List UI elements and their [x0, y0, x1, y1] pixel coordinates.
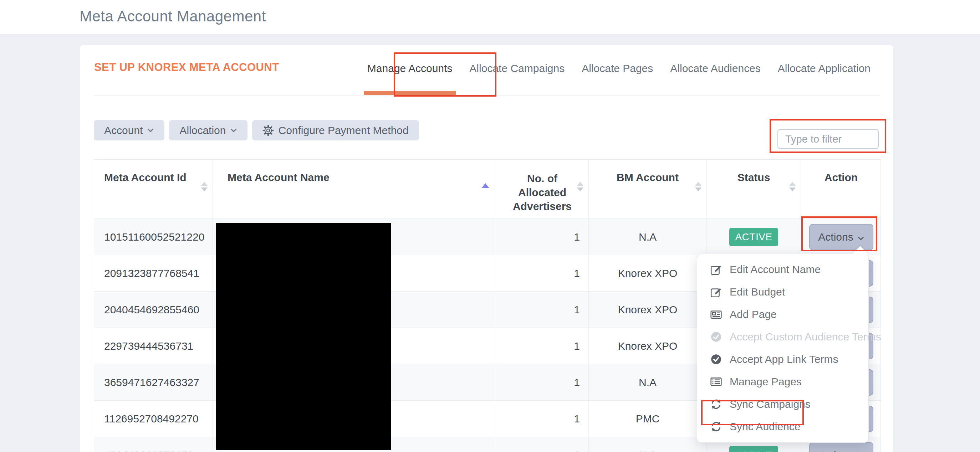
meta-account-id-cell: 1126952708492270 [94, 401, 213, 437]
meta-account-id-cell: 493440266059650 [94, 437, 213, 452]
meta-account-id-cell: 2040454692855460 [94, 292, 213, 328]
filter-wrap [778, 129, 879, 149]
column-header-action: Action [801, 160, 881, 219]
redacted-account-names-block [216, 223, 391, 450]
menu-item-accept-custom-audience-terms: Accept Custom Audience Terms [697, 325, 869, 348]
column-header-meta-account-name[interactable]: Meta Account Name [213, 160, 496, 219]
edit-icon [710, 286, 722, 298]
sort-ascending-icon [482, 183, 489, 188]
bm-account-cell: Knorex XPO [589, 328, 707, 364]
page-title: Meta Account Management [80, 8, 266, 25]
panel-heading: SET UP KNOREX META ACCOUNT [94, 61, 279, 74]
gear-icon [262, 125, 274, 136]
tab-allocate-campaigns[interactable]: Allocate Campaigns [469, 62, 565, 95]
tab-allocate-application[interactable]: Allocate Application [778, 62, 870, 95]
menu-item-accept-app-link-terms[interactable]: Accept App Link Terms [697, 348, 869, 370]
tab-allocate-pages[interactable]: Allocate Pages [582, 62, 653, 95]
menu-item-edit-account-name[interactable]: Edit Account Name [697, 258, 869, 281]
sort-arrows-icon [789, 182, 795, 192]
account-dropdown-button[interactable]: Account [94, 120, 164, 140]
bm-account-cell: Knorex XPO [589, 255, 707, 291]
column-header-allocated-advertisers[interactable]: No. of Allocated Advertisers [496, 160, 589, 219]
menu-item-sync-audience[interactable]: Sync Audience [697, 415, 869, 438]
tab-bar: Manage Accounts Allocate Campaigns Alloc… [368, 62, 870, 95]
meta-account-id-cell: 10151160052521220 [94, 219, 213, 255]
sync-icon [710, 420, 722, 433]
allocated-advertisers-cell: 1 [496, 255, 589, 291]
sort-arrows-icon [201, 182, 208, 192]
bm-account-cell: N.A [589, 437, 707, 452]
actions-button[interactable]: Actions [809, 442, 873, 452]
account-dropdown-label: Account [104, 124, 143, 136]
configure-payment-method-button[interactable]: Configure Payment Method [252, 120, 419, 140]
tab-manage-accounts[interactable]: Manage Accounts [368, 62, 453, 95]
allocation-dropdown-label: Allocation [180, 124, 226, 136]
allocated-advertisers-cell: 1 [496, 364, 589, 400]
chevron-down-icon [858, 449, 864, 452]
bm-account-cell: PMC [589, 401, 707, 437]
check-circle-icon [710, 331, 722, 343]
table-header-row: Meta Account Id Meta Account Name No. of… [94, 160, 880, 219]
check-circle-icon [710, 353, 722, 365]
menu-item-manage-pages[interactable]: Manage Pages [697, 370, 869, 393]
configure-payment-method-label: Configure Payment Method [278, 124, 408, 136]
action-cell: Actions [801, 219, 881, 255]
sync-icon [710, 398, 722, 410]
allocated-advertisers-cell: 1 [496, 437, 589, 452]
sort-arrows-icon [577, 182, 584, 192]
filter-input[interactable] [778, 129, 879, 149]
table-row: 10151160052521220 1 N.A ACTIVE Actions [94, 219, 880, 255]
chevron-down-icon [858, 231, 864, 243]
meta-account-id-cell: 3659471627463327 [94, 364, 213, 400]
newspaper-icon [710, 308, 722, 320]
allocated-advertisers-cell: 1 [496, 292, 589, 328]
column-header-bm-account[interactable]: BM Account [589, 160, 707, 219]
allocated-advertisers-cell: 1 [496, 401, 589, 437]
bm-account-cell: N.A [589, 219, 707, 255]
chevron-down-icon [147, 128, 154, 133]
status-badge: ACTIVE [729, 228, 778, 246]
allocated-advertisers-cell: 1 [496, 219, 589, 255]
allocation-dropdown-button[interactable]: Allocation [169, 120, 248, 140]
sort-arrows-icon [695, 182, 702, 192]
screen: Meta Account Management SET UP KNOREX ME… [0, 0, 980, 452]
dropdown-caret-icon [852, 246, 869, 255]
chevron-down-icon [230, 128, 237, 133]
status-cell: ACTIVE [707, 219, 801, 255]
menu-item-add-page[interactable]: Add Page [697, 303, 869, 325]
tabs-divider [94, 95, 880, 95]
list-icon [710, 376, 722, 388]
meta-account-id-cell: 2091323877768541 [94, 255, 213, 291]
status-badge: ACTIVE [729, 446, 778, 452]
bm-account-cell: N.A [589, 364, 707, 400]
menu-item-sync-campaigns[interactable]: Sync Campaigns [697, 393, 869, 415]
tab-allocate-audiences[interactable]: Allocate Audiences [670, 62, 760, 95]
edit-icon [710, 263, 722, 276]
bm-account-cell: Knorex XPO [589, 292, 707, 328]
top-bar: Meta Account Management [0, 0, 980, 35]
toolbar: Account Allocation [94, 120, 419, 140]
column-header-status[interactable]: Status [707, 160, 801, 219]
meta-account-id-cell: 229739444536731 [94, 328, 213, 364]
menu-item-edit-budget[interactable]: Edit Budget [697, 281, 869, 303]
actions-dropdown-menu: Edit Account Name Edit Budget Add Page A… [697, 254, 869, 443]
column-header-meta-account-id[interactable]: Meta Account Id [94, 160, 213, 219]
allocated-advertisers-cell: 1 [496, 328, 589, 364]
